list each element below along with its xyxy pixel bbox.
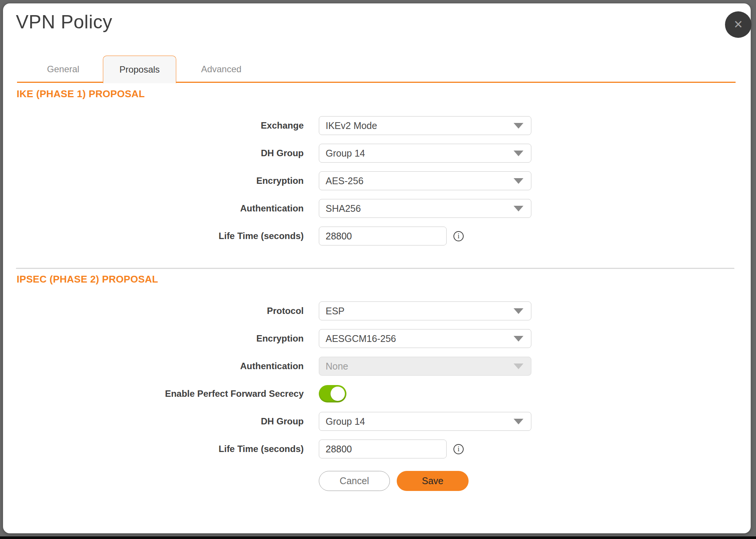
encryption2-label: Encryption (3, 333, 304, 344)
ipsec-phase2-heading: IPSEC (PHASE 2) PROPOSAL (17, 273, 158, 285)
encryption2-select[interactable]: AESGCM16-256 (319, 329, 531, 348)
exchange-selected-value: IKEv2 Mode (326, 120, 377, 131)
pfs-row: Enable Perfect Forward Secrecy (3, 384, 751, 403)
dh-group-selected-value: Group 14 (326, 148, 365, 159)
dh-group2-label: DH Group (3, 416, 304, 427)
protocol-select[interactable]: ESP (319, 301, 531, 320)
encryption2-selected-value: AESGCM16-256 (326, 333, 396, 344)
ike-phase1-heading: IKE (PHASE 1) PROPOSAL (17, 88, 145, 100)
cancel-button[interactable]: Cancel (319, 471, 390, 491)
exchange-select[interactable]: IKEv2 Mode (319, 116, 531, 135)
authentication-select[interactable]: SHA256 (319, 199, 531, 218)
info-icon-glyph: i (458, 445, 459, 453)
protocol-label: Protocol (3, 306, 304, 316)
dialog-footer: Cancel Save (319, 471, 469, 491)
toggle-knob (331, 387, 345, 401)
life-time-input[interactable] (319, 227, 447, 245)
pfs-toggle[interactable] (319, 385, 346, 402)
ipsec-phase2-form: Protocol ESP Encryption AESGCM16-256 Aut… (3, 301, 751, 467)
window-bottom-edge (0, 536, 756, 539)
life-time2-label: Life Time (seconds) (3, 444, 304, 454)
chevron-down-icon (514, 336, 523, 342)
authentication2-row: Authentication None (3, 357, 751, 376)
chevron-down-icon (514, 419, 523, 424)
protocol-row: Protocol ESP (3, 301, 751, 320)
protocol-selected-value: ESP (326, 306, 345, 317)
authentication2-selected-value: None (326, 361, 348, 372)
chevron-down-icon (514, 308, 523, 314)
info-icon[interactable]: i (453, 444, 464, 454)
authentication-row: Authentication SHA256 (3, 199, 751, 218)
encryption-label: Encryption (3, 176, 304, 186)
life-time2-row: Life Time (seconds) i (3, 440, 751, 458)
dh-group-select[interactable]: Group 14 (319, 144, 531, 163)
info-icon-glyph: i (458, 232, 459, 240)
life-time-label: Life Time (seconds) (3, 231, 304, 241)
tab-advanced[interactable]: Advanced (185, 56, 258, 83)
section-divider (16, 268, 734, 269)
chevron-down-icon (514, 123, 523, 129)
dh-group2-row: DH Group Group 14 (3, 412, 751, 431)
save-button[interactable]: Save (397, 471, 469, 491)
chevron-down-icon (514, 151, 523, 156)
authentication-selected-value: SHA256 (326, 203, 361, 214)
tab-general[interactable]: General (26, 56, 100, 83)
exchange-row: Exchange IKEv2 Mode (3, 116, 751, 135)
encryption2-row: Encryption AESGCM16-256 (3, 329, 751, 348)
dh-group-row: DH Group Group 14 (3, 144, 751, 163)
life-time-row: Life Time (seconds) i (3, 227, 751, 245)
close-icon: ✕ (733, 19, 743, 30)
exchange-label: Exchange (3, 120, 304, 131)
page-title: VPN Policy (16, 11, 112, 33)
dh-group2-select[interactable]: Group 14 (319, 412, 531, 431)
tab-bar: General Proposals Advanced (3, 56, 751, 83)
chevron-down-icon (514, 363, 523, 369)
pfs-label: Enable Perfect Forward Secrecy (3, 388, 304, 399)
tab-proposals[interactable]: Proposals (103, 56, 176, 83)
close-button[interactable]: ✕ (725, 11, 751, 38)
life-time2-input[interactable] (319, 440, 447, 458)
chevron-down-icon (514, 206, 523, 211)
authentication2-label: Authentication (3, 361, 304, 371)
vpn-policy-dialog: VPN Policy General Proposals Advanced IK… (3, 3, 751, 533)
dh-group2-selected-value: Group 14 (326, 416, 365, 427)
authentication-label: Authentication (3, 203, 304, 214)
chevron-down-icon (514, 178, 523, 184)
authentication2-select-disabled: None (319, 357, 531, 376)
ike-phase1-form: Exchange IKEv2 Mode DH Group Group 14 En… (3, 116, 751, 254)
info-icon[interactable]: i (453, 231, 464, 241)
encryption-row: Encryption AES-256 (3, 171, 751, 190)
encryption-selected-value: AES-256 (326, 176, 363, 186)
dh-group-label: DH Group (3, 148, 304, 158)
encryption-select[interactable]: AES-256 (319, 171, 531, 190)
